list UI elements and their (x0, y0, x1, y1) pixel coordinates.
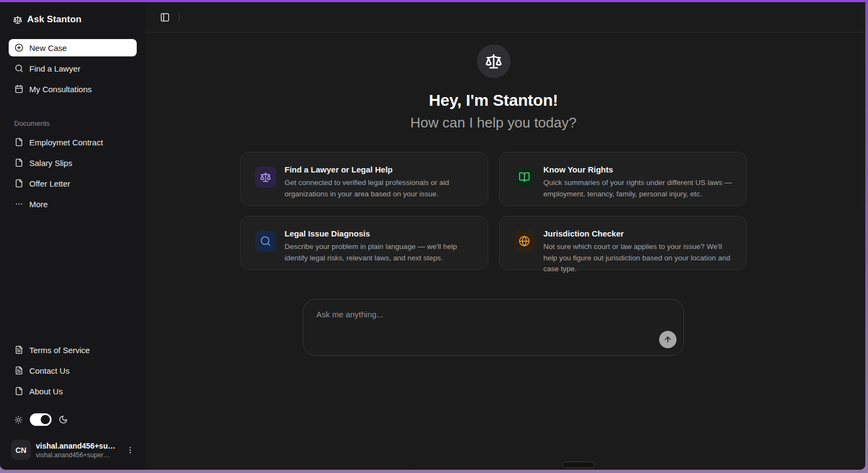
sidebar-item-label: New Case (29, 43, 67, 53)
card-legal-issue-diagnosis[interactable]: Legal Issue Diagnosis Describe your prob… (240, 216, 488, 270)
toggle-knob (41, 415, 50, 424)
user-meta: vishal.anand456+su… vishal.anand456+supe… (36, 442, 121, 459)
sidebar-item-employment-contract[interactable]: Employmet Contract (9, 134, 137, 150)
documents-section-heading: Documents (14, 119, 137, 127)
ellipsis-icon (15, 200, 23, 208)
card-body: Find a Lawyer or Legal Help Get connecte… (285, 165, 475, 206)
footer-link-label: Contact Us (29, 366, 69, 375)
sun-icon (14, 416, 23, 424)
chat-composer (303, 299, 684, 356)
greeting-title: Hey, I'm Stanton! (429, 91, 558, 110)
brand-title: Ask Stanton (27, 14, 81, 25)
brand: Ask Stanton (9, 11, 137, 25)
suggestion-cards: Find a Lawyer or Legal Help Get connecte… (240, 152, 747, 270)
chat-input[interactable] (303, 299, 684, 355)
kebab-icon[interactable] (126, 446, 135, 455)
sidebar-item-contact-us[interactable]: Contact Us (9, 362, 137, 379)
calendar-icon (15, 85, 23, 93)
card-title: Jurisdiction Checker (544, 229, 733, 238)
file-icon (15, 158, 23, 167)
file-icon (15, 179, 23, 188)
sidebar-item-offer-letter[interactable]: Offer Letter (9, 175, 137, 191)
main-area: Hey, I'm Stanton! How can I help you tod… (145, 2, 865, 470)
sidebar: Ask Stanton New Case Find a Lawyer My Co… (0, 2, 145, 470)
card-description: Quick summaries of your rights under dif… (544, 177, 733, 200)
drag-handle[interactable] (563, 462, 595, 468)
arrow-up-icon (663, 335, 672, 344)
search-icon (15, 64, 23, 73)
user-name: vishal.anand456+su… (36, 442, 121, 450)
document-label: Employmet Contract (29, 138, 103, 147)
sidebar-item-my-consultations[interactable]: My Consultations (9, 80, 137, 98)
search-icon (255, 231, 276, 252)
scale-icon (13, 15, 22, 24)
sidebar-item-label: Find a Lawyer (29, 64, 80, 73)
circle-plus-icon (15, 43, 23, 52)
theme-toggle-row (9, 413, 137, 426)
sidebar-item-more[interactable]: More (9, 196, 137, 212)
file-icon (15, 387, 23, 395)
sidebar-item-terms-of-service[interactable]: Terms of Service (9, 342, 137, 358)
card-jurisdiction-checker[interactable]: Jurisdiction Checker Not sure which cour… (499, 216, 747, 270)
sidebar-toggle-button[interactable] (156, 9, 174, 26)
sidebar-item-salary-slips[interactable]: Salary Slips (9, 155, 137, 171)
panel-left-icon (160, 12, 170, 22)
sidebar-item-label: My Consultations (29, 85, 92, 94)
scale-icon (485, 53, 502, 70)
avatar: CN (11, 440, 31, 460)
globe-icon (514, 231, 535, 252)
file-icon (15, 138, 23, 146)
card-title: Legal Issue Diagnosis (285, 229, 475, 238)
document-label: Offer Letter (29, 179, 71, 188)
send-button[interactable] (659, 331, 676, 348)
card-description: Get connected to verified legal professi… (285, 177, 475, 200)
more-label: More (29, 200, 48, 209)
footer-link-label: Terms of Service (29, 346, 90, 355)
greeting-subtitle: How can I help you today? (410, 114, 576, 131)
card-title: Know Your Rights (544, 165, 733, 174)
sidebar-spacer (9, 216, 137, 342)
topbar-divider (179, 13, 180, 22)
theme-toggle[interactable] (30, 413, 52, 426)
card-description: Not sure which court or law applies to y… (544, 241, 733, 275)
document-label: Salary Slips (29, 158, 72, 168)
card-find-a-lawyer[interactable]: Find a Lawyer or Legal Help Get connecte… (240, 152, 488, 206)
card-description: Describe your problem in plain language … (285, 241, 475, 264)
card-title: Find a Lawyer or Legal Help (285, 165, 475, 174)
card-body: Jurisdiction Checker Not sure which cour… (544, 229, 733, 270)
user-account-row[interactable]: CN vishal.anand456+su… vishal.anand456+s… (9, 438, 137, 462)
card-know-your-rights[interactable]: Know Your Rights Quick summaries of your… (499, 152, 747, 206)
scale-icon (255, 167, 276, 188)
sidebar-footer-links: Terms of Service Contact Us About Us (9, 342, 137, 404)
sidebar-item-about-us[interactable]: About Us (9, 383, 137, 399)
moon-icon (59, 415, 68, 424)
footer-link-label: About Us (29, 387, 63, 396)
file-text-icon (15, 366, 23, 375)
file-text-icon (15, 346, 23, 354)
stanton-logo-badge (477, 44, 510, 78)
card-body: Legal Issue Diagnosis Describe your prob… (285, 229, 475, 270)
topbar (145, 2, 865, 33)
card-body: Know Your Rights Quick summaries of your… (544, 165, 733, 206)
book-open-icon (514, 167, 535, 188)
user-email: vishal.anand456+super… (36, 451, 121, 459)
content: Hey, I'm Stanton! How can I help you tod… (240, 33, 747, 356)
sidebar-item-new-case[interactable]: New Case (9, 39, 137, 56)
app-window: Ask Stanton New Case Find a Lawyer My Co… (0, 2, 865, 470)
sidebar-item-find-a-lawyer[interactable]: Find a Lawyer (9, 60, 137, 77)
